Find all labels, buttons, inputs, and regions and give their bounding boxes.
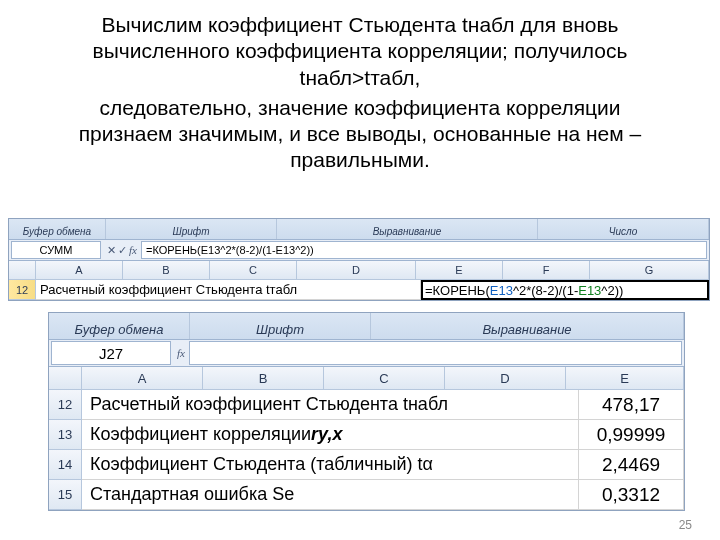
col-header[interactable]: D	[445, 367, 566, 389]
grid: 12 Расчетный коэффициент Стьюдента tтабл…	[9, 280, 709, 300]
grid: 12 Расчетный коэффициент Стьюдента tнабл…	[49, 390, 684, 510]
cell-value[interactable]: 478,17	[579, 390, 684, 420]
col-header[interactable]: E	[566, 367, 684, 389]
ribbon-group-font: Шрифт	[106, 219, 277, 239]
ribbon-group-clipboard: Буфер обмена	[49, 313, 190, 339]
row-header[interactable]: 14	[49, 450, 82, 480]
row-header[interactable]: 12	[9, 280, 36, 300]
formula-bar-buttons: ✕ ✓ fx	[103, 240, 141, 260]
cancel-icon[interactable]: ✕	[107, 244, 116, 257]
select-all-corner[interactable]	[49, 367, 82, 389]
col-header[interactable]: A	[82, 367, 203, 389]
col-header[interactable]: B	[123, 261, 210, 279]
column-headers: A B C D E F G	[9, 261, 709, 280]
cell-label[interactable]: Коэффициент корреляции ry,x	[82, 420, 579, 450]
ribbon-group-number: Число	[538, 219, 709, 239]
ribbon-group-align: Выравнивание	[277, 219, 538, 239]
name-box[interactable]: СУММ	[11, 241, 101, 259]
col-header[interactable]: D	[297, 261, 416, 279]
cell-label[interactable]: Расчетный коэффициент Стьюдента tтабл	[36, 280, 421, 300]
column-headers: A B C D E	[49, 367, 684, 390]
formula-bar-buttons: fx	[173, 340, 189, 366]
excel-screenshot-results: Буфер обмена Шрифт Выравнивание J27 fx A…	[48, 312, 685, 511]
paragraph-1: Вычислим коэффициент Стьюдента tнабл для…	[50, 12, 670, 91]
col-header[interactable]: E	[416, 261, 503, 279]
row-header[interactable]: 15	[49, 480, 82, 510]
cell-value[interactable]: 0,99999	[579, 420, 684, 450]
cell-editing[interactable]: =КОРЕНЬ(E13^2*(8-2)/(1-E13^2))	[421, 280, 709, 300]
ribbon-group-clipboard: Буфер обмена	[9, 219, 106, 239]
formula-bar-row: J27 fx	[49, 340, 684, 367]
formula-bar[interactable]	[189, 341, 682, 365]
excel-screenshot-formula: Буфер обмена Шрифт Выравнивание Число СУ…	[8, 218, 710, 301]
slide-body-text: Вычислим коэффициент Стьюдента tнабл для…	[0, 0, 720, 186]
row-header[interactable]: 13	[49, 420, 82, 450]
select-all-corner[interactable]	[9, 261, 36, 279]
cell-label[interactable]: Расчетный коэффициент Стьюдента tнабл	[82, 390, 579, 420]
ribbon-group-align: Выравнивание	[371, 313, 684, 339]
name-box[interactable]: J27	[51, 341, 171, 365]
page-number: 25	[679, 518, 692, 532]
col-header[interactable]: C	[210, 261, 297, 279]
col-header[interactable]: A	[36, 261, 123, 279]
enter-icon[interactable]: ✓	[118, 244, 127, 257]
paragraph-2: следовательно, значение коэффициента кор…	[50, 95, 670, 174]
fx-icon[interactable]: fx	[129, 244, 137, 256]
fx-icon[interactable]: fx	[177, 347, 185, 359]
cell-value[interactable]: 2,4469	[579, 450, 684, 480]
formula-bar-row: СУММ ✕ ✓ fx =КОРЕНЬ(E13^2*(8-2)/(1-E13^2…	[9, 240, 709, 261]
cell-label[interactable]: Стандартная ошибка Se	[82, 480, 579, 510]
col-header[interactable]: C	[324, 367, 445, 389]
col-header[interactable]: F	[503, 261, 590, 279]
ribbon-group-labels: Буфер обмена Шрифт Выравнивание	[49, 313, 684, 340]
formula-bar[interactable]: =КОРЕНЬ(E13^2*(8-2)/(1-E13^2))	[141, 241, 707, 259]
col-header[interactable]: G	[590, 261, 709, 279]
cell-value[interactable]: 0,3312	[579, 480, 684, 510]
ribbon-group-font: Шрифт	[190, 313, 371, 339]
cell-label[interactable]: Коэффициент Стьюдента (табличный) tα	[82, 450, 579, 480]
ribbon-group-labels: Буфер обмена Шрифт Выравнивание Число	[9, 219, 709, 240]
row-header[interactable]: 12	[49, 390, 82, 420]
col-header[interactable]: B	[203, 367, 324, 389]
